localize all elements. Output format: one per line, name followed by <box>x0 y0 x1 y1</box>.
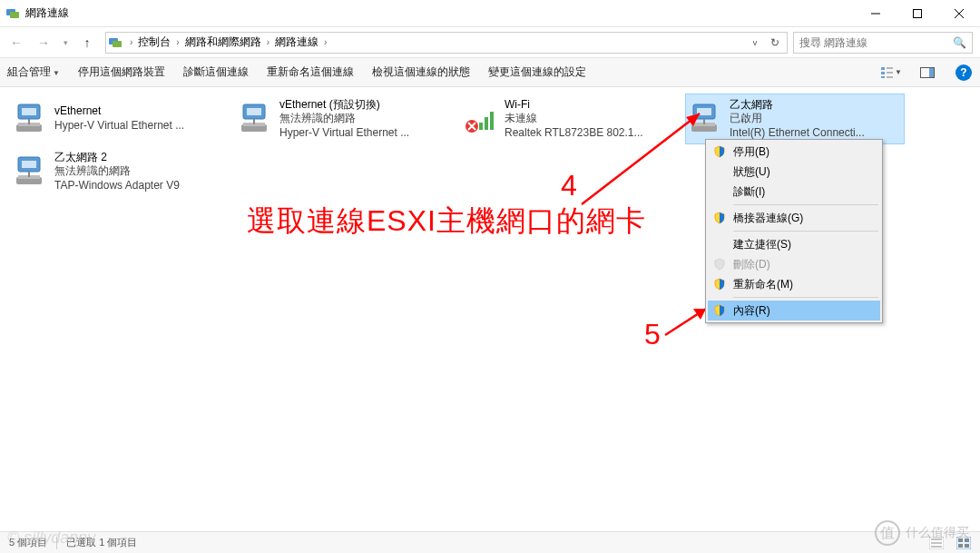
svg-rect-3 <box>914 9 922 17</box>
connection-vethernet-default[interactable]: vEthernet (預設切換) 無法辨識的網路 Hyper-V Virtual… <box>236 94 454 143</box>
menu-shortcut[interactable]: 建立捷徑(S) <box>708 234 880 254</box>
shield-icon <box>713 258 726 271</box>
toolbar: 組合管理▼ 停用這個網路裝置 診斷這個連線 重新命名這個連線 檢視這個連線的狀態… <box>0 58 980 87</box>
menu-label: 狀態(U) <box>733 164 770 180</box>
chevron-icon: › <box>126 37 136 47</box>
connection-name: vEthernet <box>54 104 227 119</box>
svg-marker-37 <box>686 114 700 126</box>
shield-icon <box>713 212 726 224</box>
watermark-brand-icon: 值 <box>875 520 900 546</box>
minimize-button[interactable] <box>855 0 897 27</box>
maximize-button[interactable] <box>897 0 938 27</box>
window-title: 網路連線 <box>25 5 855 21</box>
change-settings-button[interactable]: 變更這個連線的設定 <box>486 61 588 84</box>
menu-separator <box>733 297 878 298</box>
shield-icon <box>713 145 726 158</box>
network-window-icon <box>5 6 20 21</box>
menu-label: 建立捷徑(S) <box>733 237 791 252</box>
chevron-icon: › <box>172 37 182 47</box>
connection-vethernet[interactable]: vEthernet Hyper-V Virtual Ethernet ... <box>11 94 229 143</box>
close-button[interactable] <box>938 0 980 27</box>
annotation-number-4: 4 <box>561 169 577 202</box>
address-bar[interactable]: › 控制台 › 網路和網際網路 › 網路連線 › v ↻ <box>105 32 788 54</box>
network-adapter-icon <box>13 101 49 137</box>
location-icon <box>108 35 122 50</box>
crumb-network-connections[interactable]: 網路連線 <box>273 35 320 50</box>
menu-diagnose[interactable]: 診斷(I) <box>708 182 880 202</box>
svg-rect-8 <box>881 67 885 70</box>
connection-status: 無法辨識的網路 <box>54 164 227 179</box>
svg-rect-21 <box>247 108 261 115</box>
wifi-disconnected-icon <box>463 101 499 137</box>
menu-label: 診斷(I) <box>733 184 765 200</box>
svg-marker-39 <box>693 309 706 320</box>
annotation-number-5: 5 <box>644 318 661 351</box>
dropdown-button[interactable]: v <box>745 33 765 53</box>
menu-bridge[interactable]: 橋接器連線(G) <box>708 208 880 228</box>
menu-delete: 刪除(D) <box>708 254 880 274</box>
svg-rect-15 <box>929 68 934 77</box>
connection-status: 已啟用 <box>730 112 902 126</box>
navigation-bar: ← → ▾ ↑ › 控制台 › 網路和網際網路 › 網路連線 › v ↻ 🔍 <box>0 27 980 58</box>
connection-device: Hyper-V Virtual Ethernet ... <box>54 119 227 133</box>
annotation-arrow-4 <box>577 104 713 213</box>
back-button[interactable]: ← <box>4 30 29 55</box>
connection-device: Hyper-V Virtual Ethernet ... <box>279 126 452 141</box>
network-adapter-icon <box>238 101 274 137</box>
shield-icon <box>713 278 726 291</box>
history-dropdown[interactable]: ▾ <box>58 30 73 55</box>
status-bar: 5 個項目 已選取 1 個項目 <box>0 531 980 553</box>
shield-icon <box>713 304 726 317</box>
preview-pane-button[interactable] <box>916 62 938 84</box>
forward-button[interactable]: → <box>31 30 56 55</box>
refresh-button[interactable]: ↻ <box>765 33 785 53</box>
connection-device: TAP-Windows Adapter V9 <box>54 179 227 193</box>
view-options-button[interactable]: ▼ <box>880 62 902 84</box>
menu-label: 橋接器連線(G) <box>733 211 803 226</box>
svg-line-36 <box>582 114 700 204</box>
title-bar: 網路連線 <box>0 0 980 27</box>
menu-status[interactable]: 狀態(U) <box>708 162 880 182</box>
menu-separator <box>733 204 878 205</box>
help-button[interactable]: ? <box>953 62 975 84</box>
svg-rect-26 <box>490 112 494 130</box>
menu-properties[interactable]: 內容(R) <box>708 301 880 321</box>
view-status-button[interactable]: 檢視這個連線的狀態 <box>370 61 472 84</box>
crumb-network-internet[interactable]: 網路和網際網路 <box>183 35 263 50</box>
menu-label: 刪除(D) <box>733 257 770 272</box>
connection-name: 乙太網路 <box>730 98 902 113</box>
svg-rect-24 <box>479 123 483 130</box>
chevron-icon: › <box>263 37 273 47</box>
network-adapter-icon <box>13 153 49 190</box>
disable-device-button[interactable]: 停用這個網路裝置 <box>76 61 167 84</box>
watermark-right: 值 什么值得买 <box>875 520 969 546</box>
chevron-icon: › <box>320 37 330 47</box>
svg-rect-9 <box>881 72 885 74</box>
search-icon: 🔍 <box>953 36 966 49</box>
menu-rename[interactable]: 重新命名(M) <box>708 274 880 294</box>
help-icon: ? <box>956 64 972 81</box>
rename-connection-button[interactable]: 重新命名這個連線 <box>265 61 356 84</box>
watermark-brand-text: 什么值得买 <box>906 525 969 541</box>
up-button[interactable]: ↑ <box>74 30 100 55</box>
crumb-control-panel[interactable]: 控制台 <box>136 35 172 50</box>
search-box[interactable]: 🔍 <box>793 32 973 54</box>
svg-rect-25 <box>485 117 488 130</box>
connection-status: 無法辨識的網路 <box>279 112 452 126</box>
diagnose-connection-button[interactable]: 診斷這個連線 <box>181 61 250 84</box>
context-menu: 停用(B) 狀態(U) 診斷(I) 橋接器連線(G) 建立捷徑(S) 刪除(D)… <box>705 139 883 323</box>
search-input[interactable] <box>799 36 953 49</box>
svg-rect-10 <box>881 76 885 78</box>
organize-dropdown[interactable]: 組合管理▼ <box>5 61 62 84</box>
connection-name: vEthernet (預設切換) <box>279 98 452 113</box>
svg-rect-1 <box>10 12 19 18</box>
connection-ethernet-2[interactable]: 乙太網路 2 無法辨識的網路 TAP-Windows Adapter V9 <box>11 147 229 196</box>
menu-label: 停用(B) <box>733 144 769 160</box>
menu-label: 內容(R) <box>733 303 770 319</box>
connection-ethernet[interactable]: 乙太網路 已啟用 Intel(R) Ethernet Connecti... <box>686 94 904 143</box>
menu-disable[interactable]: 停用(B) <box>708 142 880 162</box>
menu-separator <box>733 231 878 232</box>
watermark-left: © sillydanny <box>7 528 95 548</box>
menu-label: 重新命名(M) <box>733 277 793 292</box>
connection-name: 乙太網路 2 <box>54 151 227 165</box>
